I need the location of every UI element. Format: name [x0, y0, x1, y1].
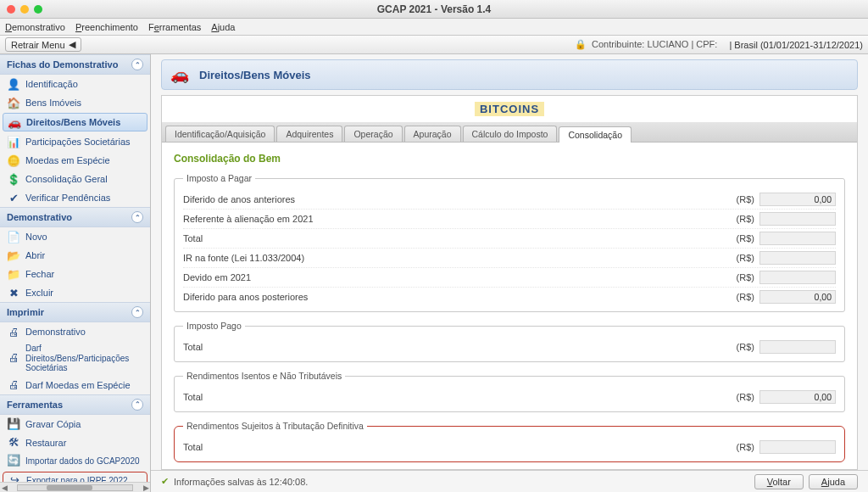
currency-label: (R$)	[731, 392, 760, 402]
tabs: Identificação/AquisiçãoAdquirentesOperaç…	[162, 122, 857, 143]
menu-demonstrativo[interactable]: Demonstrativo	[5, 22, 65, 32]
sidebar-item-icon: 📊	[7, 135, 20, 148]
sidebar-item[interactable]: 🖨Demonstrativo	[0, 322, 150, 341]
value-row: Devido em 2021(R$)	[183, 268, 836, 288]
menubar: Demonstrativo Preenchimento Ferramentas …	[0, 19, 868, 36]
retrair-menu-button[interactable]: Retrair Menu ◀	[5, 37, 81, 52]
currency-label: (R$)	[731, 233, 760, 243]
voltar-button[interactable]: Voltar	[754, 474, 804, 489]
value-row: Total(R$)	[183, 338, 836, 356]
value-row: Total(R$)	[183, 229, 836, 249]
section-title: Consolidação do Bem	[174, 153, 845, 165]
value-row: Referente à alienação em 2021(R$)	[183, 210, 836, 229]
tab[interactable]: Consolidação	[559, 126, 632, 143]
titlebar: GCAP 2021 - Versão 1.4	[0, 0, 868, 19]
check-icon: ✔	[161, 476, 169, 487]
sidebar-item-label: Abrir	[25, 250, 45, 260]
row-value	[760, 440, 836, 454]
sidebar-item[interactable]: 📂Abrir	[0, 246, 150, 265]
sidebar-item[interactable]: 🖨Darf Direitos/Bens/Participações Societ…	[0, 341, 150, 376]
sidebar-item-label: Fechar	[25, 269, 54, 279]
sidebar-item[interactable]: ✖Excluir	[0, 283, 150, 302]
sidebar-item-icon: ✔	[7, 191, 20, 204]
sidebar-item[interactable]: 📊Participações Societárias	[0, 132, 150, 151]
sidebar-item-icon: 🪙	[7, 154, 20, 167]
sidebar-item-label: Excluir	[25, 288, 53, 298]
row-value	[760, 232, 836, 245]
group-legend: Imposto Pago	[183, 321, 245, 331]
field-group: Rendimentos Sujeitos à Tributação Defini…	[174, 421, 845, 462]
sidebar-item[interactable]: 🔄Importar dados do GCAP2020	[0, 452, 150, 471]
car-icon: 🚗	[170, 65, 189, 84]
row-value: 0,00	[760, 193, 836, 206]
chevron-up-icon: ⌃	[131, 59, 143, 70]
row-value: 0,00	[760, 390, 836, 404]
sidebar-item-icon: 🖨	[7, 378, 20, 392]
currency-label: (R$)	[731, 214, 760, 224]
status-text: Informações salvas às 12:40:08.	[174, 477, 308, 487]
chevron-left-icon: ◀	[69, 39, 75, 50]
value-row: Diferido para anos posteriores(R$)0,00	[183, 288, 836, 306]
sidebar-item-label: Novo	[25, 232, 47, 242]
sidebar-item-label: Darf Direitos/Bens/Participações Societá…	[25, 344, 143, 373]
tab[interactable]: Identificação/Aquisição	[165, 126, 275, 142]
sidebar-item[interactable]: 🛠Restaurar	[0, 433, 150, 452]
sidebar-group-header[interactable]: Demonstrativo⌃	[0, 207, 150, 227]
row-value	[760, 271, 836, 284]
tab[interactable]: Operação	[344, 126, 402, 142]
row-value	[760, 340, 836, 354]
row-label: Diferido de anos anteriores	[183, 194, 731, 204]
row-label: Total	[183, 442, 731, 452]
sidebar-item[interactable]: 💲Consolidação Geral	[0, 170, 150, 188]
page-title: Direitos/Bens Móveis	[199, 69, 311, 81]
sidebar-item-icon: 👤	[7, 77, 20, 91]
value-row: Total(R$)0,00	[183, 388, 836, 406]
sidebar-item-label: Importar dados do GCAP2020	[25, 456, 140, 467]
toolbar: Retrair Menu ◀ 🔒 Contribuinte: LUCIANO |…	[0, 36, 868, 54]
sidebar-item-label: Participações Societárias	[25, 137, 131, 147]
sidebar-item-label: Restaurar	[25, 438, 66, 448]
row-label: Devido em 2021	[183, 272, 731, 282]
sidebar-item-icon: 🏠	[7, 96, 20, 109]
ajuda-button[interactable]: Ajuda	[809, 474, 858, 489]
sidebar: Fichas do Demonstrativo⌃👤Identificação🏠B…	[0, 54, 151, 492]
sidebar-item[interactable]: 🪙Moedas em Espécie	[0, 151, 150, 170]
sidebar-item-label: Direitos/Bens Móveis	[26, 117, 120, 127]
currency-label: (R$)	[731, 194, 760, 204]
sidebar-item-icon: 🛠	[7, 436, 20, 450]
sidebar-item[interactable]: 🖨Darf Moedas em Espécie	[0, 376, 150, 394]
sidebar-item-icon: 📂	[7, 249, 20, 262]
sidebar-item-label: Moedas em Espécie	[25, 155, 110, 165]
sidebar-item[interactable]: 🏠Bens Imóveis	[0, 93, 150, 112]
sidebar-item-icon: 🔄	[7, 455, 20, 468]
sidebar-item-label: Consolidação Geral	[25, 174, 108, 184]
menu-ferramentas[interactable]: Ferramentas	[148, 22, 201, 32]
row-label: Referente à alienação em 2021	[183, 214, 731, 224]
sidebar-item[interactable]: 💾Gravar Cópia	[0, 415, 150, 433]
tab[interactable]: Cálculo do Imposto	[463, 126, 558, 142]
sidebar-item[interactable]: 📄Novo	[0, 227, 150, 246]
menu-ajuda[interactable]: Ajuda	[211, 22, 235, 32]
sidebar-item[interactable]: 👤Identificação	[0, 75, 150, 93]
menu-preenchimento[interactable]: Preenchimento	[75, 22, 138, 32]
currency-label: (R$)	[731, 342, 760, 352]
row-label: IR na fonte (Lei 11.033/2004)	[183, 253, 731, 263]
sidebar-item[interactable]: 🚗Direitos/Bens Móveis	[3, 113, 147, 131]
sidebar-group-header[interactable]: Fichas do Demonstrativo⌃	[0, 54, 150, 75]
sidebar-item-icon: 📁	[7, 267, 20, 281]
sidebar-item-icon: 💲	[7, 172, 20, 186]
sidebar-item-label: Darf Moedas em Espécie	[25, 380, 131, 390]
sidebar-group-header[interactable]: Ferramentas⌃	[0, 394, 150, 415]
sidebar-item-icon: 🖨	[7, 351, 20, 365]
sidebar-hscrollbar[interactable]: ◀▶	[0, 482, 150, 492]
sidebar-item[interactable]: ✔Verificar Pendências	[0, 188, 150, 207]
tab[interactable]: Adquirentes	[276, 126, 342, 142]
sidebar-item-label: Verificar Pendências	[25, 193, 110, 203]
tab[interactable]: Apuração	[404, 126, 461, 142]
field-group: Rendimentos Isentos e Não TributáveisTot…	[174, 371, 845, 412]
sidebar-item-label: Demonstrativo	[25, 327, 86, 337]
sidebar-group-header[interactable]: Imprimir⌃	[0, 302, 150, 322]
sidebar-item[interactable]: 📁Fechar	[0, 265, 150, 283]
chevron-up-icon: ⌃	[131, 399, 143, 411]
sidebar-item-icon: 🖨	[7, 325, 20, 338]
